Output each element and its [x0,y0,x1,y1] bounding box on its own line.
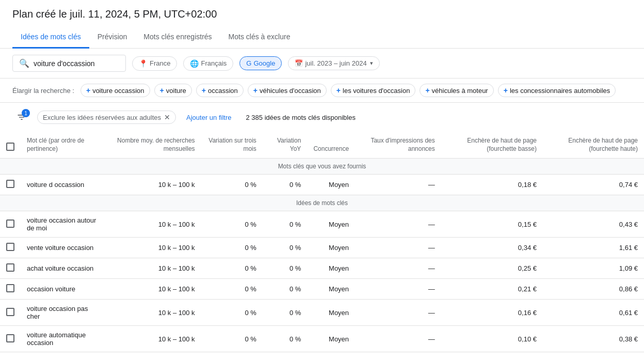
variation-3m-cell: 0 % [201,258,263,279]
row-checkbox[interactable] [6,284,14,292]
keywords-table: Mot clé (par ordre de pertinence) Nombre… [0,132,644,352]
col-bid-high[interactable]: Enchère de haut de page (fourchette haut… [543,132,644,159]
col-keyword[interactable]: Mot clé (par ordre de pertinence) [21,132,105,159]
select-all-checkbox[interactable] [6,143,14,151]
bid-high-cell: 1,09 € [543,258,644,279]
table-row: vente voiture occasion 10 k – 100 k 0 % … [0,238,644,258]
row-checkbox[interactable] [6,334,14,342]
location-label: France [150,59,170,67]
competition-cell: Moyen [307,175,355,195]
variation-yoy-cell: 0 % [263,279,308,300]
plus-icon: + [253,86,257,95]
close-icon[interactable]: ✕ [164,113,170,121]
row-checkbox[interactable] [6,263,14,272]
variation-3m-cell: 0 % [201,211,263,238]
row-checkbox-cell[interactable] [0,175,21,195]
col-variation-3m[interactable]: Variation sur trois mois [201,132,263,159]
bid-high-cell: 1,61 € [543,238,644,258]
table-row: achat voiture occasion 10 k – 100 k 0 % … [0,258,644,279]
date-range-filter[interactable]: 📅 juil. 2023 – juin 2024 ▾ [288,56,379,70]
suggestion-chip-2[interactable]: + occassion [196,84,244,97]
plus-icon: + [336,86,341,95]
variation-yoy-cell: 0 % [263,258,308,279]
suggestion-chip-6[interactable]: + les concessionnaires automobiles [498,84,616,97]
variation-3m-cell: 0 % [201,326,263,352]
monthly-searches-cell: 10 k – 100 k [105,300,201,326]
search-box[interactable]: 🔍 [12,55,126,72]
suggestion-chip-1[interactable]: + voiture [154,84,192,97]
impression-rate-cell: — [355,279,441,300]
competition-cell: Moyen [307,211,355,238]
row-checkbox-cell[interactable] [0,211,21,238]
table-row: voiture d occassion 10 k – 100 k 0 % 0 %… [0,175,644,195]
add-filter-button[interactable]: Ajouter un filtre [182,112,235,123]
monthly-searches-cell: 10 k – 100 k [105,211,201,238]
variation-3m-cell: 0 % [201,300,263,326]
bid-low-cell: 0,10 € [441,326,543,352]
table-header-row: Mot clé (par ordre de pertinence) Nombre… [0,132,644,159]
bid-high-cell: 0,61 € [543,300,644,326]
language-label: Français [201,59,227,67]
variation-yoy-cell: 0 % [263,300,308,326]
language-filter[interactable]: 🌐 Français [183,56,233,71]
row-checkbox-cell[interactable] [0,238,21,258]
impression-rate-cell: — [355,211,441,238]
section-keyword-ideas: Idées de mots clés [0,195,644,211]
location-filter[interactable]: 📍 France [132,56,177,71]
filters-row: 1 Exclure les idées réservées aux adulte… [0,103,644,132]
monthly-searches-cell: 10 k – 100 k [105,326,201,352]
col-checkbox[interactable] [0,132,21,159]
bid-low-cell: 0,18 € [441,175,543,195]
network-filter[interactable]: G Google [239,56,282,70]
impression-rate-cell: — [355,258,441,279]
competition-cell: Moyen [307,279,355,300]
row-checkbox[interactable] [6,180,14,188]
date-range-label: juil. 2023 – juin 2024 [305,59,366,67]
col-variation-yoy[interactable]: Variation YoY [263,132,308,159]
monthly-searches-cell: 10 k – 100 k [105,279,201,300]
suggestion-chip-4[interactable]: + les voitures d'occasion [331,84,416,97]
keyword-cell: voiture occasion pas cher [21,300,105,326]
competition-cell: Moyen [307,258,355,279]
location-icon: 📍 [139,59,148,68]
tab-ideas[interactable]: Idées de mots clés [12,26,89,49]
exclude-adults-chip[interactable]: Exclure les idées réservées aux adultes … [37,111,176,124]
plus-icon: + [86,86,90,95]
table-row: occasion voiture 10 k – 100 k 0 % 0 % Mo… [0,279,644,300]
network-label: Google [253,59,275,67]
tab-saved-keywords[interactable]: Mots clés enregistrés [135,26,220,49]
competition-cell: Moyen [307,300,355,326]
row-checkbox[interactable] [6,243,14,251]
col-competition[interactable]: Concurrence [307,132,355,159]
keywords-count: 2 385 idées de mots clés disponibles [246,114,356,121]
keyword-cell: voiture automatique occasion [21,326,105,352]
keyword-cell: voiture d occassion [21,175,105,195]
col-monthly-searches[interactable]: Nombre moy. de recherches mensuelles [105,132,201,159]
filter-button[interactable]: 1 [12,108,31,127]
row-checkbox-cell[interactable] [0,279,21,300]
suggestion-chip-3[interactable]: + véhicules d'occasion [248,84,327,97]
search-input[interactable] [34,59,116,68]
suggestion-chip-0[interactable]: + voiture occassion [81,84,150,97]
col-impression-rate[interactable]: Taux d'impressions des annonces [355,132,441,159]
row-checkbox-cell[interactable] [0,300,21,326]
row-checkbox-cell[interactable] [0,326,21,352]
monthly-searches-cell: 10 k – 100 k [105,258,201,279]
tab-forecast[interactable]: Prévision [89,26,136,49]
impression-rate-cell: — [355,175,441,195]
row-checkbox[interactable] [6,308,14,316]
plus-icon: + [504,86,508,95]
suggestion-chip-5[interactable]: + véhicules à moteur [420,84,493,97]
tab-excluded-keywords[interactable]: Mots clés à exclure [220,26,299,49]
suggestion-text: voiture [166,87,186,95]
bid-high-cell: 0,43 € [543,211,644,238]
col-bid-low[interactable]: Enchère de haut de page (fourchette bass… [441,132,543,159]
row-checkbox-cell[interactable] [0,258,21,279]
bid-low-cell: 0,34 € [441,238,543,258]
filter-badge: 1 [22,109,30,117]
row-checkbox[interactable] [6,220,14,228]
toolbar: 🔍 📍 France 🌐 Français G Google 📅 juil. 2… [0,49,644,79]
suggestion-text: véhicules à moteur [432,87,488,95]
table-row: voiture occasion pas cher 10 k – 100 k 0… [0,300,644,326]
variation-3m-cell: 0 % [201,279,263,300]
